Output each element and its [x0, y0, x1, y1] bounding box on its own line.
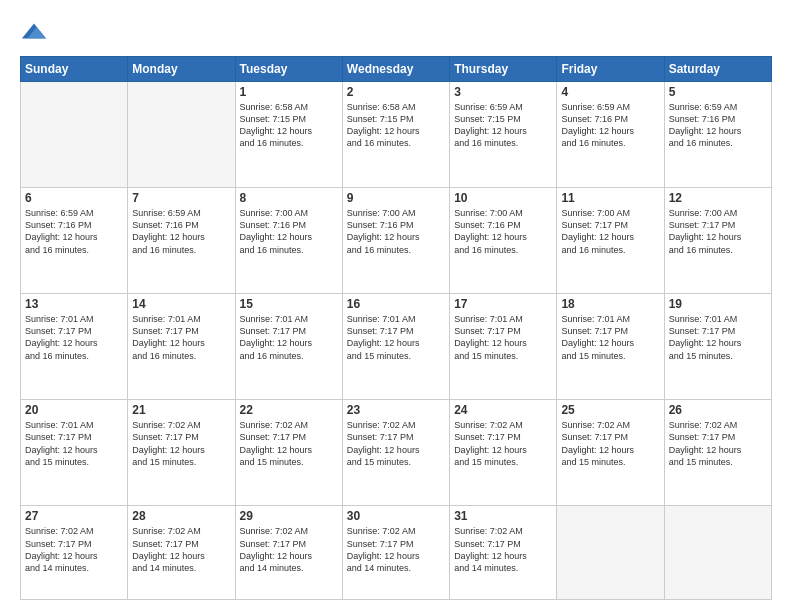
day-info: Sunrise: 7:02 AM Sunset: 7:17 PM Dayligh…	[347, 419, 445, 468]
logo-icon	[20, 18, 48, 46]
day-info: Sunrise: 7:00 AM Sunset: 7:16 PM Dayligh…	[347, 207, 445, 256]
day-number: 24	[454, 403, 552, 417]
page: SundayMondayTuesdayWednesdayThursdayFrid…	[0, 0, 792, 612]
calendar-cell: 28Sunrise: 7:02 AM Sunset: 7:17 PM Dayli…	[128, 506, 235, 600]
calendar-cell: 24Sunrise: 7:02 AM Sunset: 7:17 PM Dayli…	[450, 400, 557, 506]
calendar-week-row: 13Sunrise: 7:01 AM Sunset: 7:17 PM Dayli…	[21, 294, 772, 400]
calendar-cell: 26Sunrise: 7:02 AM Sunset: 7:17 PM Dayli…	[664, 400, 771, 506]
calendar-cell: 25Sunrise: 7:02 AM Sunset: 7:17 PM Dayli…	[557, 400, 664, 506]
day-info: Sunrise: 7:02 AM Sunset: 7:17 PM Dayligh…	[347, 525, 445, 574]
day-number: 2	[347, 85, 445, 99]
day-number: 28	[132, 509, 230, 523]
calendar-week-row: 27Sunrise: 7:02 AM Sunset: 7:17 PM Dayli…	[21, 506, 772, 600]
day-info: Sunrise: 6:58 AM Sunset: 7:15 PM Dayligh…	[347, 101, 445, 150]
weekday-header-tuesday: Tuesday	[235, 57, 342, 82]
day-number: 15	[240, 297, 338, 311]
calendar-cell: 29Sunrise: 7:02 AM Sunset: 7:17 PM Dayli…	[235, 506, 342, 600]
day-info: Sunrise: 7:00 AM Sunset: 7:17 PM Dayligh…	[561, 207, 659, 256]
day-info: Sunrise: 7:01 AM Sunset: 7:17 PM Dayligh…	[25, 419, 123, 468]
day-number: 13	[25, 297, 123, 311]
day-info: Sunrise: 7:02 AM Sunset: 7:17 PM Dayligh…	[132, 419, 230, 468]
day-number: 10	[454, 191, 552, 205]
day-number: 25	[561, 403, 659, 417]
day-info: Sunrise: 6:58 AM Sunset: 7:15 PM Dayligh…	[240, 101, 338, 150]
day-info: Sunrise: 7:01 AM Sunset: 7:17 PM Dayligh…	[132, 313, 230, 362]
day-number: 4	[561, 85, 659, 99]
day-number: 5	[669, 85, 767, 99]
day-number: 7	[132, 191, 230, 205]
calendar-cell	[128, 82, 235, 188]
day-info: Sunrise: 6:59 AM Sunset: 7:16 PM Dayligh…	[25, 207, 123, 256]
calendar-week-row: 1Sunrise: 6:58 AM Sunset: 7:15 PM Daylig…	[21, 82, 772, 188]
calendar-cell: 31Sunrise: 7:02 AM Sunset: 7:17 PM Dayli…	[450, 506, 557, 600]
day-number: 3	[454, 85, 552, 99]
calendar-cell: 27Sunrise: 7:02 AM Sunset: 7:17 PM Dayli…	[21, 506, 128, 600]
day-info: Sunrise: 7:01 AM Sunset: 7:17 PM Dayligh…	[669, 313, 767, 362]
day-number: 30	[347, 509, 445, 523]
calendar-cell: 30Sunrise: 7:02 AM Sunset: 7:17 PM Dayli…	[342, 506, 449, 600]
day-info: Sunrise: 7:01 AM Sunset: 7:17 PM Dayligh…	[240, 313, 338, 362]
day-number: 8	[240, 191, 338, 205]
day-number: 18	[561, 297, 659, 311]
calendar-table: SundayMondayTuesdayWednesdayThursdayFrid…	[20, 56, 772, 600]
weekday-header-wednesday: Wednesday	[342, 57, 449, 82]
day-number: 12	[669, 191, 767, 205]
weekday-header-thursday: Thursday	[450, 57, 557, 82]
calendar-cell: 18Sunrise: 7:01 AM Sunset: 7:17 PM Dayli…	[557, 294, 664, 400]
calendar-cell: 8Sunrise: 7:00 AM Sunset: 7:16 PM Daylig…	[235, 188, 342, 294]
day-info: Sunrise: 7:00 AM Sunset: 7:16 PM Dayligh…	[240, 207, 338, 256]
calendar-cell	[21, 82, 128, 188]
day-info: Sunrise: 7:02 AM Sunset: 7:17 PM Dayligh…	[240, 525, 338, 574]
day-info: Sunrise: 7:02 AM Sunset: 7:17 PM Dayligh…	[454, 525, 552, 574]
day-info: Sunrise: 7:01 AM Sunset: 7:17 PM Dayligh…	[25, 313, 123, 362]
calendar-week-row: 20Sunrise: 7:01 AM Sunset: 7:17 PM Dayli…	[21, 400, 772, 506]
day-info: Sunrise: 7:02 AM Sunset: 7:17 PM Dayligh…	[454, 419, 552, 468]
calendar-cell: 5Sunrise: 6:59 AM Sunset: 7:16 PM Daylig…	[664, 82, 771, 188]
calendar-cell: 22Sunrise: 7:02 AM Sunset: 7:17 PM Dayli…	[235, 400, 342, 506]
calendar-cell: 13Sunrise: 7:01 AM Sunset: 7:17 PM Dayli…	[21, 294, 128, 400]
calendar-cell: 14Sunrise: 7:01 AM Sunset: 7:17 PM Dayli…	[128, 294, 235, 400]
calendar-cell: 12Sunrise: 7:00 AM Sunset: 7:17 PM Dayli…	[664, 188, 771, 294]
calendar-cell: 19Sunrise: 7:01 AM Sunset: 7:17 PM Dayli…	[664, 294, 771, 400]
weekday-header-sunday: Sunday	[21, 57, 128, 82]
day-number: 31	[454, 509, 552, 523]
calendar-cell: 1Sunrise: 6:58 AM Sunset: 7:15 PM Daylig…	[235, 82, 342, 188]
day-number: 16	[347, 297, 445, 311]
calendar-cell: 20Sunrise: 7:01 AM Sunset: 7:17 PM Dayli…	[21, 400, 128, 506]
day-number: 14	[132, 297, 230, 311]
day-number: 20	[25, 403, 123, 417]
calendar-cell: 3Sunrise: 6:59 AM Sunset: 7:15 PM Daylig…	[450, 82, 557, 188]
day-number: 22	[240, 403, 338, 417]
day-info: Sunrise: 7:02 AM Sunset: 7:17 PM Dayligh…	[25, 525, 123, 574]
day-info: Sunrise: 6:59 AM Sunset: 7:15 PM Dayligh…	[454, 101, 552, 150]
calendar-cell: 16Sunrise: 7:01 AM Sunset: 7:17 PM Dayli…	[342, 294, 449, 400]
day-number: 29	[240, 509, 338, 523]
calendar-cell	[557, 506, 664, 600]
day-info: Sunrise: 7:00 AM Sunset: 7:16 PM Dayligh…	[454, 207, 552, 256]
day-info: Sunrise: 6:59 AM Sunset: 7:16 PM Dayligh…	[561, 101, 659, 150]
day-info: Sunrise: 7:01 AM Sunset: 7:17 PM Dayligh…	[347, 313, 445, 362]
calendar-cell: 9Sunrise: 7:00 AM Sunset: 7:16 PM Daylig…	[342, 188, 449, 294]
day-number: 1	[240, 85, 338, 99]
calendar-cell: 10Sunrise: 7:00 AM Sunset: 7:16 PM Dayli…	[450, 188, 557, 294]
calendar-cell: 2Sunrise: 6:58 AM Sunset: 7:15 PM Daylig…	[342, 82, 449, 188]
day-number: 6	[25, 191, 123, 205]
weekday-header-monday: Monday	[128, 57, 235, 82]
day-info: Sunrise: 6:59 AM Sunset: 7:16 PM Dayligh…	[132, 207, 230, 256]
day-info: Sunrise: 7:02 AM Sunset: 7:17 PM Dayligh…	[561, 419, 659, 468]
day-number: 9	[347, 191, 445, 205]
calendar-cell: 4Sunrise: 6:59 AM Sunset: 7:16 PM Daylig…	[557, 82, 664, 188]
weekday-header-friday: Friday	[557, 57, 664, 82]
calendar-cell: 21Sunrise: 7:02 AM Sunset: 7:17 PM Dayli…	[128, 400, 235, 506]
day-info: Sunrise: 7:02 AM Sunset: 7:17 PM Dayligh…	[132, 525, 230, 574]
day-info: Sunrise: 6:59 AM Sunset: 7:16 PM Dayligh…	[669, 101, 767, 150]
calendar-cell: 17Sunrise: 7:01 AM Sunset: 7:17 PM Dayli…	[450, 294, 557, 400]
day-number: 23	[347, 403, 445, 417]
day-number: 17	[454, 297, 552, 311]
day-number: 21	[132, 403, 230, 417]
calendar-week-row: 6Sunrise: 6:59 AM Sunset: 7:16 PM Daylig…	[21, 188, 772, 294]
day-number: 26	[669, 403, 767, 417]
logo	[20, 18, 52, 46]
day-number: 19	[669, 297, 767, 311]
day-info: Sunrise: 7:00 AM Sunset: 7:17 PM Dayligh…	[669, 207, 767, 256]
